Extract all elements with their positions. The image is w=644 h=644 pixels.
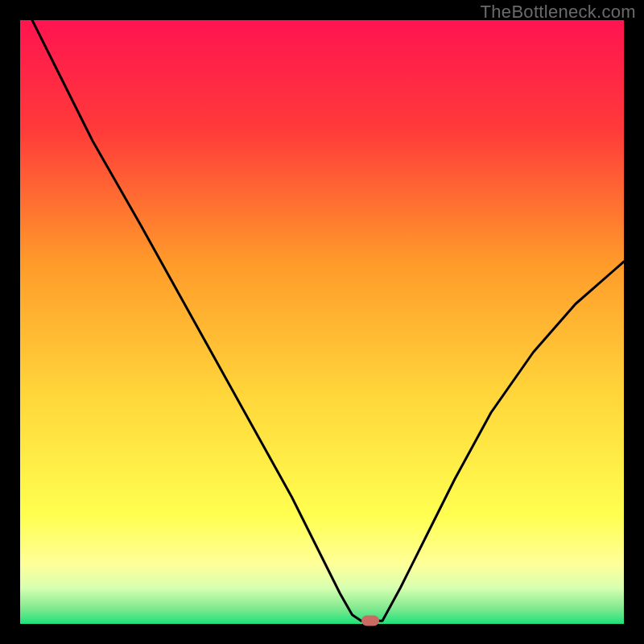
plot-area bbox=[20, 20, 624, 624]
minimum-marker bbox=[361, 616, 379, 626]
plot-svg bbox=[20, 20, 624, 624]
chart-frame: TheBottleneck.com bbox=[0, 0, 644, 644]
gradient-background bbox=[20, 20, 624, 624]
watermark-text: TheBottleneck.com bbox=[481, 2, 636, 23]
